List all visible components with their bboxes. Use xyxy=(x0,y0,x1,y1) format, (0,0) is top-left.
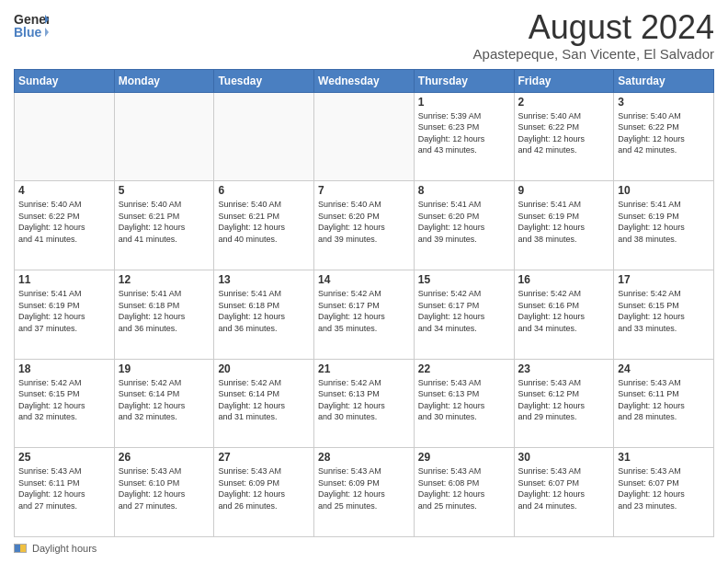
day-cell: 9Sunrise: 5:41 AM Sunset: 6:19 PM Daylig… xyxy=(514,181,614,270)
day-info: Sunrise: 5:42 AM Sunset: 6:16 PM Dayligh… xyxy=(518,288,610,334)
day-number: 9 xyxy=(518,184,610,197)
day-cell: 4Sunrise: 5:40 AM Sunset: 6:22 PM Daylig… xyxy=(15,181,115,270)
day-cell: 14Sunrise: 5:42 AM Sunset: 6:17 PM Dayli… xyxy=(314,270,415,359)
day-info: Sunrise: 5:42 AM Sunset: 6:14 PM Dayligh… xyxy=(218,377,310,423)
day-number: 17 xyxy=(618,273,710,286)
day-number: 19 xyxy=(119,362,210,375)
month-title: August 2024 xyxy=(473,9,714,46)
day-info: Sunrise: 5:43 AM Sunset: 6:11 PM Dayligh… xyxy=(618,377,710,423)
calendar-table: SundayMondayTuesdayWednesdayThursdayFrid… xyxy=(14,69,714,537)
footer-label: Daylight hours xyxy=(32,543,97,554)
day-cell: 5Sunrise: 5:40 AM Sunset: 6:21 PM Daylig… xyxy=(114,181,214,270)
day-number: 28 xyxy=(318,451,410,464)
day-number: 22 xyxy=(418,362,510,375)
day-number: 12 xyxy=(119,273,210,286)
col-header-thursday: Thursday xyxy=(414,69,514,92)
day-cell: 23Sunrise: 5:43 AM Sunset: 6:12 PM Dayli… xyxy=(514,359,614,448)
day-number: 31 xyxy=(618,451,710,464)
day-info: Sunrise: 5:40 AM Sunset: 6:22 PM Dayligh… xyxy=(518,110,610,156)
day-cell: 10Sunrise: 5:41 AM Sunset: 6:19 PM Dayli… xyxy=(614,181,714,270)
day-number: 30 xyxy=(518,451,610,464)
day-number: 11 xyxy=(18,273,110,286)
day-info: Sunrise: 5:41 AM Sunset: 6:18 PM Dayligh… xyxy=(218,288,310,334)
week-row-2: 4Sunrise: 5:40 AM Sunset: 6:22 PM Daylig… xyxy=(15,181,714,270)
day-cell: 21Sunrise: 5:42 AM Sunset: 6:13 PM Dayli… xyxy=(314,359,415,448)
day-cell: 27Sunrise: 5:43 AM Sunset: 6:09 PM Dayli… xyxy=(214,448,314,537)
day-cell: 2Sunrise: 5:40 AM Sunset: 6:22 PM Daylig… xyxy=(514,92,614,181)
day-cell: 24Sunrise: 5:43 AM Sunset: 6:11 PM Dayli… xyxy=(614,359,714,448)
day-info: Sunrise: 5:39 AM Sunset: 6:23 PM Dayligh… xyxy=(418,110,510,156)
day-cell: 30Sunrise: 5:43 AM Sunset: 6:07 PM Dayli… xyxy=(514,448,614,537)
day-number: 29 xyxy=(418,451,510,464)
day-info: Sunrise: 5:41 AM Sunset: 6:19 PM Dayligh… xyxy=(18,288,110,334)
day-cell: 25Sunrise: 5:43 AM Sunset: 6:11 PM Dayli… xyxy=(15,448,115,537)
day-info: Sunrise: 5:42 AM Sunset: 6:13 PM Dayligh… xyxy=(318,377,410,423)
day-cell xyxy=(214,92,314,181)
day-info: Sunrise: 5:43 AM Sunset: 6:08 PM Dayligh… xyxy=(418,465,510,511)
page: General Blue August 2024 Apastepeque, Sa… xyxy=(0,0,728,563)
header: General Blue August 2024 Apastepeque, Sa… xyxy=(14,9,714,62)
day-info: Sunrise: 5:40 AM Sunset: 6:21 PM Dayligh… xyxy=(218,199,310,245)
day-info: Sunrise: 5:40 AM Sunset: 6:22 PM Dayligh… xyxy=(18,199,110,245)
day-cell: 3Sunrise: 5:40 AM Sunset: 6:22 PM Daylig… xyxy=(614,92,714,181)
day-info: Sunrise: 5:40 AM Sunset: 6:21 PM Dayligh… xyxy=(119,199,210,245)
day-number: 16 xyxy=(518,273,610,286)
day-info: Sunrise: 5:42 AM Sunset: 6:17 PM Dayligh… xyxy=(318,288,410,334)
day-number: 1 xyxy=(418,96,510,109)
day-cell: 20Sunrise: 5:42 AM Sunset: 6:14 PM Dayli… xyxy=(214,359,314,448)
week-row-3: 11Sunrise: 5:41 AM Sunset: 6:19 PM Dayli… xyxy=(15,270,714,359)
location: Apastepeque, San Vicente, El Salvador xyxy=(473,46,714,62)
day-number: 18 xyxy=(18,362,110,375)
day-number: 15 xyxy=(418,273,510,286)
day-cell: 12Sunrise: 5:41 AM Sunset: 6:18 PM Dayli… xyxy=(114,270,214,359)
footer: Daylight hours xyxy=(14,543,714,554)
day-cell: 31Sunrise: 5:43 AM Sunset: 6:07 PM Dayli… xyxy=(614,448,714,537)
day-info: Sunrise: 5:43 AM Sunset: 6:10 PM Dayligh… xyxy=(119,465,210,511)
title-block: August 2024 Apastepeque, San Vicente, El… xyxy=(473,9,714,62)
day-info: Sunrise: 5:40 AM Sunset: 6:20 PM Dayligh… xyxy=(318,199,410,245)
day-number: 6 xyxy=(218,184,310,197)
day-cell: 13Sunrise: 5:41 AM Sunset: 6:18 PM Dayli… xyxy=(214,270,314,359)
day-cell: 17Sunrise: 5:42 AM Sunset: 6:15 PM Dayli… xyxy=(614,270,714,359)
day-number: 26 xyxy=(119,451,210,464)
day-cell: 19Sunrise: 5:42 AM Sunset: 6:14 PM Dayli… xyxy=(114,359,214,448)
day-cell xyxy=(15,92,115,181)
day-cell: 7Sunrise: 5:40 AM Sunset: 6:20 PM Daylig… xyxy=(314,181,415,270)
week-row-1: 1Sunrise: 5:39 AM Sunset: 6:23 PM Daylig… xyxy=(15,92,714,181)
day-info: Sunrise: 5:43 AM Sunset: 6:07 PM Dayligh… xyxy=(518,465,610,511)
daylight-icon xyxy=(14,544,27,553)
day-number: 4 xyxy=(18,184,110,197)
logo-svg: General Blue xyxy=(14,9,49,42)
day-cell: 22Sunrise: 5:43 AM Sunset: 6:13 PM Dayli… xyxy=(414,359,514,448)
day-cell: 1Sunrise: 5:39 AM Sunset: 6:23 PM Daylig… xyxy=(414,92,514,181)
day-number: 10 xyxy=(618,184,710,197)
day-number: 25 xyxy=(18,451,110,464)
day-info: Sunrise: 5:43 AM Sunset: 6:09 PM Dayligh… xyxy=(218,465,310,511)
col-header-tuesday: Tuesday xyxy=(214,69,314,92)
col-header-saturday: Saturday xyxy=(614,69,714,92)
day-cell: 16Sunrise: 5:42 AM Sunset: 6:16 PM Dayli… xyxy=(514,270,614,359)
day-cell: 26Sunrise: 5:43 AM Sunset: 6:10 PM Dayli… xyxy=(114,448,214,537)
day-number: 23 xyxy=(518,362,610,375)
day-number: 27 xyxy=(218,451,310,464)
col-header-monday: Monday xyxy=(114,69,214,92)
week-row-4: 18Sunrise: 5:42 AM Sunset: 6:15 PM Dayli… xyxy=(15,359,714,448)
logo: General Blue xyxy=(14,9,49,42)
day-cell: 18Sunrise: 5:42 AM Sunset: 6:15 PM Dayli… xyxy=(15,359,115,448)
day-info: Sunrise: 5:43 AM Sunset: 6:11 PM Dayligh… xyxy=(18,465,110,511)
day-info: Sunrise: 5:42 AM Sunset: 6:14 PM Dayligh… xyxy=(119,377,210,423)
day-info: Sunrise: 5:43 AM Sunset: 6:12 PM Dayligh… xyxy=(518,377,610,423)
day-info: Sunrise: 5:43 AM Sunset: 6:13 PM Dayligh… xyxy=(418,377,510,423)
day-cell: 6Sunrise: 5:40 AM Sunset: 6:21 PM Daylig… xyxy=(214,181,314,270)
week-row-5: 25Sunrise: 5:43 AM Sunset: 6:11 PM Dayli… xyxy=(15,448,714,537)
day-info: Sunrise: 5:41 AM Sunset: 6:19 PM Dayligh… xyxy=(618,199,710,245)
day-cell: 29Sunrise: 5:43 AM Sunset: 6:08 PM Dayli… xyxy=(414,448,514,537)
day-number: 5 xyxy=(119,184,210,197)
day-info: Sunrise: 5:43 AM Sunset: 6:07 PM Dayligh… xyxy=(618,465,710,511)
day-cell xyxy=(114,92,214,181)
day-cell: 8Sunrise: 5:41 AM Sunset: 6:20 PM Daylig… xyxy=(414,181,514,270)
day-info: Sunrise: 5:41 AM Sunset: 6:18 PM Dayligh… xyxy=(119,288,210,334)
day-cell: 28Sunrise: 5:43 AM Sunset: 6:09 PM Dayli… xyxy=(314,448,415,537)
day-info: Sunrise: 5:41 AM Sunset: 6:19 PM Dayligh… xyxy=(518,199,610,245)
day-number: 13 xyxy=(218,273,310,286)
